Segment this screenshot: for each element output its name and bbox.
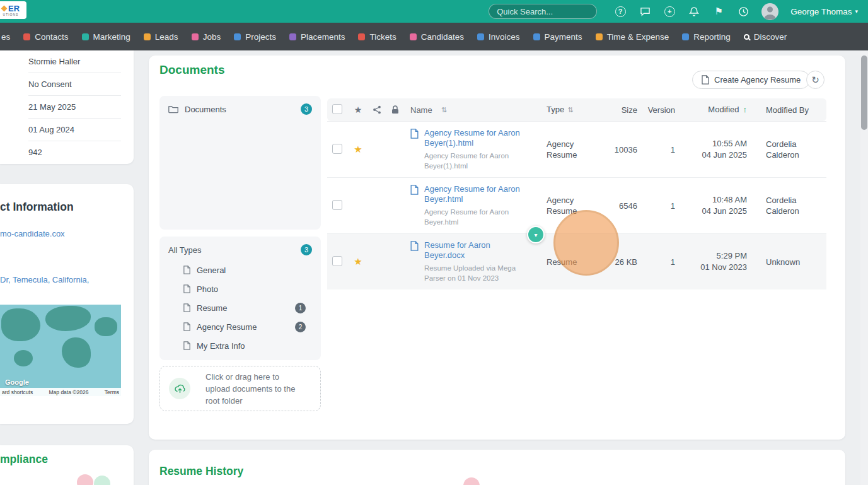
nav-item-icon [596,33,603,40]
nav-item-label: Discover [754,32,787,42]
all-types-filter[interactable]: All Types 3 [159,237,321,260]
compliance-card: mpliance [0,445,134,485]
document-modified: 10:55 AM 04 Jun 2025 [683,138,757,161]
type-filter-item[interactable]: My Extra Info 2 [159,355,321,360]
resume-history-title: Resume History [159,465,845,478]
row-checkbox[interactable] [332,144,342,154]
nav-item-invoices[interactable]: Invoices [477,32,520,42]
compliance-status-negative-icon[interactable] [77,474,93,485]
quick-search-input[interactable] [489,4,597,19]
map-landmass [95,317,117,336]
document-type: Agency Resume [538,195,601,216]
nav-item-jobs[interactable]: Jobs [192,32,221,42]
select-all-checkbox[interactable] [332,104,342,114]
header-type[interactable]: Type⇅ [538,104,601,115]
nav-item-label: Marketing [93,32,130,42]
type-filter-item[interactable]: Resume 1 [159,298,321,317]
document-modified: 10:48 AM 04 Jun 2025 [683,194,757,217]
nav-item-time-expense[interactable]: Time & Expense [596,32,669,42]
flag-icon[interactable]: ⚑ [712,5,725,18]
share-column-icon [367,105,386,114]
upload-cloud-icon [169,378,190,399]
nav-item-discover[interactable]: Discover [744,32,787,42]
row-checkbox[interactable] [332,200,342,210]
nav-item-payments[interactable]: Payments [533,32,582,42]
modified-time: 10:55 AM [683,138,747,149]
nav-item-candidates[interactable]: Candidates [410,32,464,42]
header-version[interactable]: Version [645,105,683,115]
row-actions-button[interactable]: ▾ [527,226,545,243]
star-icon[interactable]: ★ [354,256,362,267]
nav-item-label: Projects [245,32,276,42]
user-avatar[interactable] [761,3,778,20]
nav-item-reporting[interactable]: Reporting [682,32,731,42]
table-row[interactable]: ★ Resume for Aaron Beyer.docx Resume Upl… [327,233,826,289]
google-map[interactable]: Google ard shortcuts Map data ©2026 Term… [0,305,121,396]
folder-name: Documents [185,105,301,114]
nav-item-projects[interactable]: Projects [234,32,276,42]
document-size: 10036 [601,145,645,155]
refresh-icon: ↻ [811,74,819,86]
help-icon[interactable]: ? [614,5,627,18]
table-row[interactable]: ★ Agency Resume for Aaron Beyer(1).html … [327,121,826,177]
refresh-button[interactable]: ↻ [806,71,825,89]
candidate-address-link[interactable]: Dr, Temecula, California, [0,275,134,284]
nav-item-leads[interactable]: Leads [144,32,178,42]
header-size[interactable]: Size [601,105,645,115]
file-types-panel: All Types 3 General Photo Resume 1 Agenc… [159,237,321,360]
nav-item-partial[interactable]: es [1,32,10,42]
map-terms-link[interactable]: Terms [105,389,119,395]
type-filter-count-badge: 2 [295,322,306,332]
create-agency-resume-button[interactable]: Create Agency Resume [692,71,810,89]
nav-item-icon [682,33,689,40]
upload-dropzone[interactable]: Click or drag here to upload documents t… [159,366,321,411]
type-filter-label: My Extra Info [197,341,306,351]
map-keyboard-shortcuts[interactable]: ard shortcuts [2,389,33,395]
document-link[interactable]: Agency Resume for Aaron Beyer(1).html [424,128,533,148]
candidate-email-link[interactable]: mo-candidate.cox [0,229,134,238]
document-link[interactable]: Resume for Aaron Beyer.docx [424,240,533,260]
header-modified[interactable]: Modified↑ [683,104,757,115]
type-filter-item[interactable]: Agency Resume 2 [159,317,321,336]
resume-history-card: Resume History [149,450,845,485]
scrollbar-thumb[interactable] [861,56,867,130]
file-type-icon [183,284,190,293]
history-status-icon [463,477,480,485]
type-filter-item[interactable]: Photo [159,279,321,298]
nav-item-contacts[interactable]: Contacts [23,32,68,42]
map-attribution-bar: ard shortcuts Map data ©2026 Terms [0,388,121,396]
chevron-down-icon: ▾ [534,231,537,238]
folder-root-item[interactable]: Documents 3 [159,96,321,120]
upload-instructions: Click or drag here to upload documents t… [205,371,304,407]
nav-item-marketing[interactable]: Marketing [82,32,130,42]
nav-item-placements[interactable]: Placements [289,32,345,42]
user-menu[interactable]: George Thomas ▾ [790,7,858,16]
file-type-icon [183,266,190,274]
star-icon[interactable]: ★ [354,144,362,155]
add-icon[interactable]: + [663,5,676,18]
nav-item-tickets[interactable]: Tickets [358,32,396,42]
table-row[interactable]: Agency Resume for Aaron Beyer.html Agenc… [327,177,826,233]
chat-icon[interactable] [639,5,651,18]
modified-time: 10:48 AM [683,194,747,206]
header-name[interactable]: Name⇅ [404,105,538,115]
document-type: Agency Resume [538,139,601,160]
compliance-status-positive-icon[interactable] [94,476,110,485]
file-icon [410,129,419,139]
row-checkbox[interactable] [332,256,342,266]
app-logo[interactable]: ER UTIONS [0,1,26,19]
star-column-icon: ★ [354,105,362,115]
type-filter-item[interactable]: General [159,260,321,279]
google-logo: Google [5,378,29,386]
sort-icon: ⇅ [441,106,447,114]
logo-subtext: UTIONS [3,13,19,16]
history-clock-icon[interactable] [737,5,749,18]
modified-time: 5:29 PM [683,250,747,262]
notifications-bell-icon[interactable] [688,5,700,18]
type-filter-item[interactable]: My Extra Info [159,336,321,355]
folder-count-badge: 3 [301,103,312,115]
nav-item-label: Leads [155,32,178,42]
nav-item-icon [23,33,30,40]
nav-item-label: Contacts [35,32,68,42]
document-link[interactable]: Agency Resume for Aaron Beyer.html [424,184,533,204]
